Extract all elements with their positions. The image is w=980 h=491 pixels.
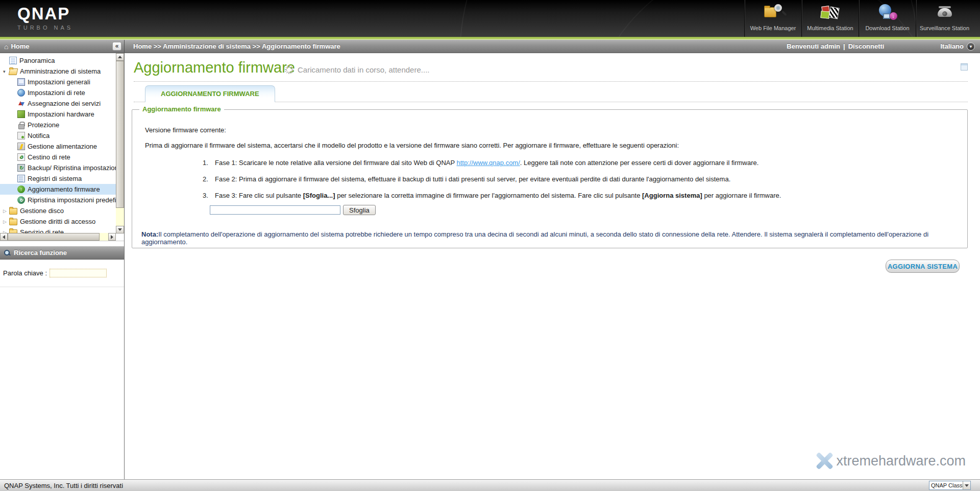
scroll-up-button[interactable]	[116, 53, 124, 61]
folder-icon	[9, 218, 17, 225]
lock-icon	[17, 121, 25, 129]
welcome-text: Benvenuti admin	[787, 42, 840, 50]
sidebar-header: ⌂ Home «	[0, 40, 125, 53]
sidebar-item-cestino-di-rete[interactable]: ♻ Cestino di rete	[0, 152, 116, 162]
chevron-down-icon[interactable]: ▼	[967, 42, 975, 51]
function-search-header: Ricerca funzione	[0, 246, 124, 260]
logo-text: QNAP	[17, 4, 73, 24]
note-label: Nota:	[141, 230, 158, 238]
sidebar-item-amministrazione-di-sistema[interactable]: ▾ Amministrazione di sistema	[0, 66, 116, 77]
language-selector[interactable]: Italiano ▼	[940, 42, 975, 51]
keyword-input[interactable]	[50, 269, 107, 277]
search-icon	[4, 250, 10, 256]
fieldset-legend: Aggiornamento firmware	[139, 105, 224, 113]
watermark-text: xtremehardware.com	[836, 453, 966, 469]
update-system-button[interactable]: AGGIORNA SISTEMA	[886, 260, 960, 273]
page-title-row: Aggiornamento firmware Caricamento dati …	[134, 57, 968, 82]
sidebar-item-backup-ripristina-impostazioni[interactable]: ↻ Backup/ Ripristina impostazioni	[0, 162, 116, 173]
tab-aggiornamento-firmware[interactable]: AGGIORNAMENTO FIRMWARE	[145, 85, 275, 102]
sidebar-item-aggiornamento-firmware[interactable]: ↑ Aggiornamento firmware	[0, 184, 116, 195]
intro-text: Prima di aggiornare il firmware del sist…	[145, 142, 679, 149]
general-settings-icon	[17, 78, 25, 86]
download-station-button[interactable]: ↓ Download Station	[859, 0, 916, 37]
loading-text: Caricamento dati in corso, attendere....	[298, 65, 429, 74]
station-shortcuts: Web File Manager Multimedia Station ↓ Do…	[744, 0, 973, 37]
web-file-manager-button[interactable]: Web File Manager	[744, 0, 801, 37]
breadcrumb-bar: Home >> Amministrazione di sistema >> Ag…	[125, 40, 980, 53]
sidebar-item-protezione[interactable]: Protezione	[0, 120, 116, 130]
power-icon	[17, 143, 25, 150]
language-label: Italiano	[940, 42, 964, 50]
folder-icon	[9, 207, 17, 215]
sidebar-item-notifica[interactable]: Notifica	[0, 130, 116, 141]
firmware-update-icon: ↑	[17, 185, 25, 193]
scroll-right-button[interactable]	[108, 233, 116, 241]
xtremehardware-logo-icon	[814, 452, 834, 470]
horizontal-scroll-thumb[interactable]	[8, 233, 100, 241]
qnap-admin-window: QNAP TURBO NAS Web File Manager Multimed…	[0, 0, 980, 491]
scroll-left-button[interactable]	[0, 233, 8, 241]
sidebar-collapse-button[interactable]: «	[112, 42, 121, 51]
logs-icon	[17, 175, 25, 182]
station-label: Surveillance Station	[920, 25, 969, 31]
panel-toggle-icon[interactable]	[961, 63, 968, 71]
breadcrumb: Home >> Amministrazione di sistema >> Ag…	[133, 42, 340, 50]
sidebar: Panoramica ▾ Amministrazione di sistema …	[0, 53, 125, 479]
page-title: Aggiornamento firmware	[134, 59, 295, 76]
loading-indicator: Caricamento dati in corso, attendere....	[285, 65, 429, 74]
watermark: xtremehardware.com	[814, 452, 966, 470]
step-3: 3. Fase 3: Fare clic sul pulsante [Sfogl…	[203, 192, 781, 199]
separator: |	[843, 42, 845, 50]
spinner-icon	[285, 65, 293, 74]
open-folder-icon	[9, 67, 17, 75]
home-icon: ⌂	[4, 42, 8, 51]
sidebar-item-ripristina-impostazioni-predefinite[interactable]: ↻ Ripristina impostazioni predefinite	[0, 195, 116, 205]
notification-icon	[17, 132, 25, 139]
download-globe-icon: ↓	[877, 3, 898, 24]
sidebar-item-impostazioni-di-rete[interactable]: Impostazioni di rete	[0, 87, 116, 98]
network-settings-icon	[17, 89, 25, 97]
theme-select[interactable]: QNAP Classic	[929, 481, 971, 490]
firmware-file-input[interactable]	[210, 205, 340, 215]
dropdown-arrow-icon[interactable]	[963, 481, 970, 489]
station-label: Multimedia Station	[807, 25, 853, 31]
multimedia-station-button[interactable]: Multimedia Station	[801, 0, 859, 37]
vertical-scroll-thumb[interactable]	[116, 61, 124, 208]
scroll-down-button[interactable]	[116, 226, 124, 233]
sidebar-item-impostazioni-generali[interactable]: Impostazioni generali	[0, 77, 116, 87]
sidebar-item-assegnazione-dei-servizi[interactable]: Assegnazione dei servizi	[0, 98, 116, 109]
qnap-link[interactable]: http://www.qnap.com/	[457, 159, 520, 167]
sidebar-item-gestione-disco[interactable]: ▷ Gestione disco	[0, 205, 116, 216]
recycle-bin-icon: ♻	[17, 153, 25, 161]
status-bar: QNAP Systems, Inc. Tutti i diritti riser…	[0, 479, 980, 491]
sidebar-item-gestione-alimentazione[interactable]: Gestione alimentazione	[0, 141, 116, 152]
tree-horizontal-scrollbar[interactable]	[0, 233, 116, 241]
firmware-file-row: Sfoglia	[210, 205, 376, 215]
qnap-logo: QNAP TURBO NAS	[17, 4, 73, 31]
sidebar-item-panoramica[interactable]: Panoramica	[0, 55, 116, 66]
navigation-bar-row: ⌂ Home « Home >> Amministrazione di sist…	[0, 40, 980, 53]
steps-list: 1. Fase 1: Scaricare le note relative al…	[203, 159, 781, 208]
tab-strip: AGGIORNAMENTO FIRMWARE	[134, 85, 968, 102]
expander-icon[interactable]: ▷	[3, 208, 9, 214]
sidebar-item-impostazioni-hardware[interactable]: Impostazioni hardware	[0, 109, 116, 120]
firmware-update-fieldset: Aggiornamento firmware Versione firmware…	[132, 109, 968, 248]
surveillance-station-button[interactable]: Surveillance Station	[916, 0, 973, 37]
browse-button[interactable]: Sfoglia	[343, 205, 376, 215]
tree-vertical-scrollbar[interactable]	[116, 53, 124, 233]
folder-search-icon	[763, 3, 784, 24]
station-label: Web File Manager	[750, 25, 796, 31]
copyright-text: QNAP Systems, Inc. Tutti i diritti riser…	[4, 482, 123, 489]
sidebar-item-registri-di-sistema[interactable]: Registri di sistema	[0, 173, 116, 184]
sidebar-item-gestione-diritti-di-accesso[interactable]: ▷ Gestione diritti di accesso	[0, 216, 116, 227]
services-icon	[17, 100, 25, 107]
expander-icon[interactable]: ▾	[3, 69, 9, 74]
expander-icon[interactable]: ▷	[3, 219, 9, 224]
search-panel-title: Ricerca funzione	[14, 249, 67, 256]
session-controls: Benvenuti admin | Disconnetti Italiano ▼	[787, 42, 975, 51]
restore-icon: ↻	[17, 196, 25, 204]
theme-select-value: QNAP Classic	[929, 482, 963, 488]
step-1: 1. Fase 1: Scaricare le note relative al…	[203, 159, 781, 167]
logout-link[interactable]: Disconnetti	[848, 42, 885, 50]
step-2: 2. Fase 2: Prima di aggiornare il firmwa…	[203, 175, 781, 183]
